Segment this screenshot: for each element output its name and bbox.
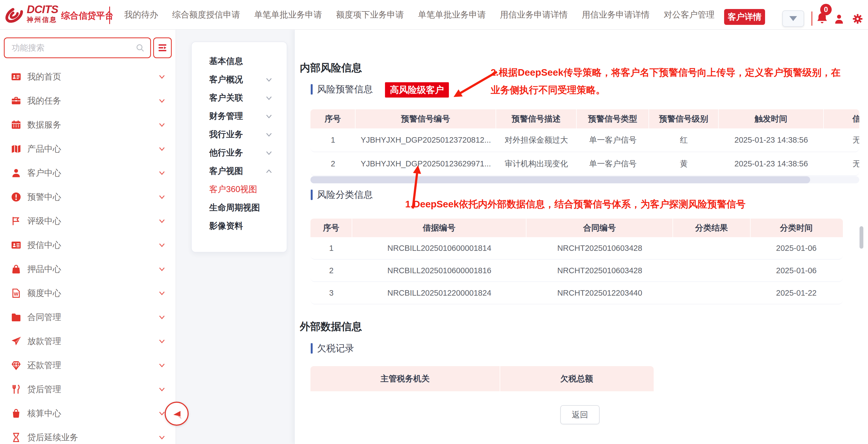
cell: 对外担保金额过大 — [496, 128, 577, 152]
submenu-item[interactable]: 我行业务 — [192, 125, 287, 143]
chevron-down-icon — [265, 149, 273, 156]
top-bar: DCITS 神州信息 综合信贷平台 我的待办 综合额度授信申请 单笔单批业务申请… — [0, 0, 868, 30]
function-search-box — [4, 37, 151, 58]
cell: NRCHT2025010603428 — [526, 260, 673, 282]
column-header: 分类结果 — [673, 218, 751, 237]
submenu-item[interactable]: 基本信息 — [192, 52, 287, 70]
table-body: 1 YJBHYJXH_DGP20250123720812... 对外担保金额过大… — [310, 128, 859, 176]
section-bar — [311, 343, 313, 354]
user-icon[interactable] — [833, 13, 845, 25]
high-risk-customer-badge: 高风险级客户 — [385, 82, 449, 97]
menu-collapse-button[interactable] — [153, 37, 172, 58]
sidebar-item[interactable]: W 额度中心 — [0, 281, 176, 305]
chevron-down-icon — [158, 265, 166, 273]
risk-class-section-header: 风险分类信息 — [311, 188, 373, 201]
external-data-title: 外部数据信息 — [300, 320, 362, 334]
annotation-arrow-2 — [445, 67, 500, 103]
sidebar-item[interactable]: 评级中心 — [0, 209, 176, 233]
active-tab-customer-detail[interactable]: 客户详情 — [724, 9, 765, 25]
column-header: 分类时间 — [751, 218, 842, 237]
submenu-item[interactable]: 客户关联 — [192, 89, 287, 107]
back-button[interactable]: 返回 — [560, 405, 599, 424]
sidebar-item[interactable]: 数据服务 — [0, 113, 176, 137]
map-icon — [11, 144, 21, 154]
submenu-item[interactable]: 他行业务 — [192, 143, 287, 162]
sidebar-collapse-button[interactable] — [165, 402, 189, 426]
top-nav-item[interactable]: 单笔单批业务申请 — [254, 9, 322, 21]
cell: 2025-01-23 14:38:56 — [719, 152, 824, 175]
sidebar-item[interactable]: 还款管理 — [0, 353, 176, 377]
column-header: 序号 — [310, 109, 355, 128]
cell: 无 — [824, 152, 859, 175]
submenu-item[interactable]: 客户360视图 — [192, 180, 287, 198]
brand-subname: 神州信息 — [27, 17, 58, 23]
table-body: 1 NRCBILL2025010600001814 NRCHT202501060… — [310, 237, 843, 304]
folder-icon — [11, 312, 21, 322]
internal-risk-title: 内部风险信息 — [300, 61, 362, 75]
chevron-down-icon — [158, 361, 166, 369]
column-header: 信 — [824, 109, 859, 128]
top-nav-item[interactable]: 我的待办 — [124, 9, 158, 21]
submenu-item[interactable]: 财务管理 — [192, 107, 287, 125]
sidebar-item[interactable]: 贷后管理 — [0, 377, 176, 402]
column-header: 预警信号描述 — [496, 109, 577, 128]
idcard-icon — [11, 71, 21, 82]
table-row[interactable]: 3 NRCBILL2025012200001824 NRCHT202501220… — [310, 282, 843, 304]
sidebar-nav: 我的首页 我的任务 数据服务 — [0, 65, 176, 444]
sidebar-item[interactable]: 合同管理 — [0, 305, 176, 329]
top-nav-item[interactable]: 用信业务申请详情 — [582, 9, 650, 21]
chevron-down-icon — [265, 130, 273, 138]
top-nav: 我的待办 综合额度授信申请 单笔单批业务申请 额度项下业务申请 单笔单批业务申请… — [124, 0, 763, 29]
sidebar-item[interactable]: 我的首页 — [0, 65, 176, 89]
submenu-item[interactable]: 生命周期视图 — [192, 198, 287, 217]
chevron-down-icon — [158, 289, 166, 297]
tab-overflow-dropdown-button[interactable] — [782, 10, 804, 27]
chevron-down-icon — [158, 313, 166, 321]
diamond-icon — [11, 360, 21, 371]
product-title: 综合信贷平台 — [61, 10, 114, 22]
submenu-item[interactable]: 客户概况 — [192, 70, 287, 89]
submenu-item[interactable]: 影像资料 — [192, 217, 287, 235]
hourglass-icon — [11, 432, 21, 443]
table-row[interactable]: 1 NRCBILL2025010600001814 NRCHT202501060… — [310, 237, 843, 260]
column-header: 合同编号 — [526, 218, 673, 237]
top-nav-item[interactable]: 用信业务申请详情 — [500, 9, 568, 21]
submenu-item[interactable]: 客户视图 — [192, 162, 287, 180]
utensils-icon — [11, 384, 21, 394]
gear-icon[interactable] — [852, 13, 863, 25]
top-nav-item[interactable]: 综合额度授信申请 — [172, 9, 240, 21]
sidebar-item[interactable]: 押品中心 — [0, 257, 176, 281]
chevron-down-icon — [158, 385, 166, 393]
cell: 2025-01-06 — [751, 260, 842, 282]
vertical-scrollbar-thumb[interactable] — [860, 226, 863, 249]
sidebar-item[interactable]: 客户中心 — [0, 161, 176, 185]
sidebar-item[interactable]: 产品中心 — [0, 137, 176, 161]
sidebar-item[interactable]: 预警中心 — [0, 185, 176, 209]
table-row[interactable]: 2 NRCBILL2025010600001816 NRCHT202501060… — [310, 260, 843, 282]
sidebar-item[interactable]: 我的任务 — [0, 89, 176, 113]
chevron-down-icon — [158, 97, 166, 105]
topbar-separator — [811, 11, 812, 26]
content-background: 基本信息 客户概况 客户关联 — [176, 29, 294, 444]
app-screen: DCITS 神州信息 综合信贷平台 我的待办 综合额度授信申请 单笔单批业务申请… — [0, 0, 868, 444]
sidebar-item[interactable]: 贷后延续业务 — [0, 425, 176, 444]
top-nav-item[interactable]: 单笔单批业务申请 — [418, 9, 486, 21]
top-nav-item[interactable]: 对公客户管理 — [664, 9, 715, 21]
horizontal-scrollbar-track[interactable] — [310, 176, 859, 183]
cell: 2025-01-22 — [751, 282, 842, 304]
table-row[interactable]: 1 YJBHYJXH_DGP20250123720812... 对外担保金额过大… — [310, 128, 859, 152]
annotation-note-2: 2.根据DeepSeek传导策略，将客户名下预警信号向上传导，定义客户预警级别，… — [491, 64, 843, 99]
cell: 2 — [310, 152, 355, 175]
horizontal-scrollbar-thumb[interactable] — [310, 176, 810, 183]
cell: 无 — [824, 128, 859, 152]
top-nav-item[interactable]: 额度项下业务申请 — [336, 9, 404, 21]
search-input[interactable] — [11, 43, 135, 53]
column-header: 预警信号类型 — [577, 109, 649, 128]
sidebar-item[interactable]: 核算中心 — [0, 402, 176, 425]
collapse-arrow-icon — [169, 407, 184, 421]
sidebar-item[interactable]: 授信中心 — [0, 233, 176, 257]
cell: NRCBILL2025012200001824 — [352, 282, 526, 304]
sidebar-item[interactable]: 放款管理 — [0, 329, 176, 353]
annotation-note-1: 1.DeepSeek依托内外部数据信息，结合预警信号体系，为客户探测风险预警信号 — [405, 195, 746, 213]
table-row[interactable]: 2 YJBHYJXH_DGP20250123629971... 审计机构出现变化… — [310, 152, 859, 176]
